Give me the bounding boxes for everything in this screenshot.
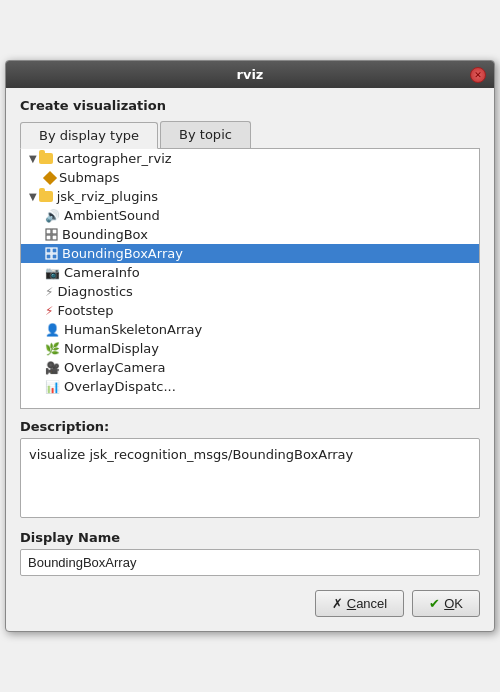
grid-icon-2 [45,247,58,260]
svg-rect-0 [46,229,51,234]
tree-item-overlaycam[interactable]: 🎥 OverlayCamera [21,358,479,377]
ok-label: OK [444,596,463,611]
overlay2-icon: 📊 [45,380,60,394]
description-box: visualize jsk_recognition_msgs/BoundingB… [20,438,480,518]
svg-rect-6 [46,254,51,259]
tree-item-normal[interactable]: 🌿 NormalDisplay [21,339,479,358]
audio-icon: 🔊 [45,209,60,223]
tree-item-human[interactable]: 👤 HumanSkeletonArray [21,320,479,339]
grid-icon [45,228,58,241]
normal-icon: 🌿 [45,342,60,356]
cancel-icon: ✗ [332,596,343,611]
svg-rect-4 [46,248,51,253]
tree-item-boundingboxarray[interactable]: BoundingBoxArray [21,244,479,263]
button-row: ✗ Cancel ✔ OK [20,590,480,617]
tab-display-type[interactable]: By display type [20,122,158,149]
display-name-label: Display Name [20,530,480,545]
tree-item-camerainfo[interactable]: 📷 CameraInfo [21,263,479,282]
folder-icon [39,153,53,164]
tree-item-overlaydispatch[interactable]: 📊 OverlayDispatc... [21,377,479,396]
svg-rect-2 [46,235,51,240]
description-text: visualize jsk_recognition_msgs/BoundingB… [29,447,353,462]
svg-rect-5 [52,248,57,253]
main-window: rviz ✕ Create visualization By display t… [5,60,495,632]
footstep-icon: ⚡ [45,304,53,318]
tree-item-jsk-plugins[interactable]: ▼ jsk_rviz_plugins [21,187,479,206]
overlaycam-icon: 🎥 [45,361,60,375]
tree-item-footstep[interactable]: ⚡ Footstep [21,301,479,320]
svg-rect-3 [52,235,57,240]
title-bar: rviz ✕ [6,61,494,88]
svg-rect-7 [52,254,57,259]
expand-arrow-2: ▼ [29,191,37,202]
tab-by-topic[interactable]: By topic [160,121,251,148]
tree-item-diagnostics[interactable]: ⚡ Diagnostics [21,282,479,301]
tree-item-submaps[interactable]: Submaps [21,168,479,187]
tree-item-cartographer-rviz[interactable]: ▼ cartographer_rviz [21,149,479,168]
tabs-container: By display type By topic [20,121,480,149]
dialog-content: Create visualization By display type By … [6,88,494,631]
tree-item-boundingbox[interactable]: BoundingBox [21,225,479,244]
ok-button[interactable]: ✔ OK [412,590,480,617]
human-icon: 👤 [45,323,60,337]
diag-icon: ⚡ [45,285,53,299]
expand-arrow: ▼ [29,153,37,164]
description-label: Description: [20,419,480,434]
camera-icon: 📷 [45,266,60,280]
cancel-button[interactable]: ✗ Cancel [315,590,404,617]
window-title: rviz [237,67,264,82]
cancel-label: Cancel [347,596,387,611]
diamond-icon [45,173,55,183]
svg-rect-1 [52,229,57,234]
tree-container[interactable]: ▼ cartographer_rviz Submaps ▼ [20,149,480,409]
tree-item-ambsound[interactable]: 🔊 AmbientSound [21,206,479,225]
dialog-header: Create visualization [20,98,480,113]
folder-icon-2 [39,191,53,202]
close-button[interactable]: ✕ [470,67,486,83]
ok-icon: ✔ [429,596,440,611]
display-name-input[interactable] [20,549,480,576]
